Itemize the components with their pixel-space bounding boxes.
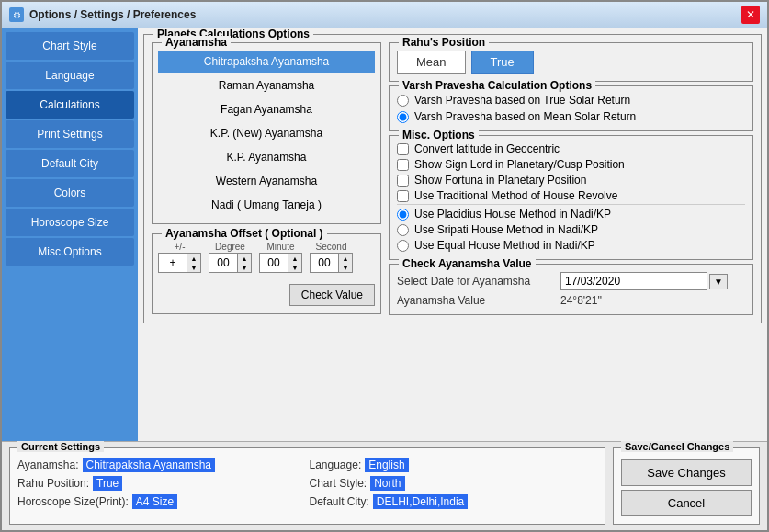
date-dropdown-button[interactable]: ▼ bbox=[709, 274, 728, 289]
setting-horoscope: Horoscope Size(Print): A4 Size bbox=[17, 494, 306, 509]
planets-group: Planets Calculations Options Ayanamsha C… bbox=[143, 34, 762, 323]
cancel-button[interactable]: Cancel bbox=[621, 490, 752, 516]
offset-second-spinner[interactable]: ▲ ▼ bbox=[310, 253, 353, 273]
misc-group: Misc. Options Convert latitude in Geocen… bbox=[389, 135, 753, 260]
offset-minute-arrows: ▲ ▼ bbox=[288, 254, 301, 272]
offset-minute-down[interactable]: ▼ bbox=[288, 263, 301, 272]
current-settings-group: Current Settings Ayanamsha: Chitrapaksha… bbox=[9, 447, 605, 525]
horoscope-setting-label: Horoscope Size(Print): bbox=[17, 495, 129, 508]
house-method1-radio[interactable] bbox=[397, 209, 409, 221]
setting-ayanamsha: Ayanamsha: Chitrapaksha Ayanamsha bbox=[17, 458, 306, 472]
ayanamsha-value-label: Ayanamsha Value bbox=[397, 294, 553, 307]
varsh-option1-label: Varsh Pravesha based on True Solar Retur… bbox=[414, 94, 630, 107]
setting-chart-style: Chart Style: North bbox=[310, 476, 598, 491]
rahu-group-title: Rahu's Position bbox=[399, 36, 489, 49]
offset-group: Ayanamsha Offset ( Optional ) +/- ▲ ▼ bbox=[152, 233, 381, 314]
ayanamsha-item-fagan[interactable]: Fagan Ayanamsha bbox=[158, 98, 375, 120]
ayanamsha-list: Chitrapaksha Ayanamsha Raman Ayanamsha F… bbox=[158, 51, 375, 216]
varsh-group-title: Varsh Pravesha Calculation Options bbox=[399, 79, 595, 92]
check-ayanamsha-group: Check Ayanamsha Value Select Date for Ay… bbox=[389, 264, 753, 315]
ayanamsha-item-kp-new[interactable]: K.P. (New) Ayanamsha bbox=[158, 122, 375, 144]
offset-sign-up[interactable]: ▲ bbox=[187, 254, 200, 263]
offset-degree-spinner[interactable]: ▲ ▼ bbox=[209, 253, 252, 273]
offset-minute-input[interactable] bbox=[260, 254, 288, 272]
offset-sign-field: +/- ▲ ▼ bbox=[158, 242, 201, 273]
close-button[interactable]: ✕ bbox=[741, 6, 760, 24]
sidebar-item-language[interactable]: Language bbox=[6, 62, 134, 89]
varsh-option1-row: Varsh Pravesha based on True Solar Retur… bbox=[397, 94, 745, 107]
ayanamsha-date-label: Select Date for Ayanamsha bbox=[397, 275, 553, 288]
house-method2-radio[interactable] bbox=[397, 224, 409, 236]
main-window: ⚙ Options / Settings / Preferences ✕ Cha… bbox=[0, 0, 769, 532]
varsh-option2-row: Varsh Pravesha based on Mean Solar Retur… bbox=[397, 110, 745, 123]
misc-option2-checkbox[interactable] bbox=[397, 159, 409, 171]
sidebar-item-colors[interactable]: Colors bbox=[6, 179, 134, 207]
offset-second-down[interactable]: ▼ bbox=[339, 263, 352, 272]
window-title: Options / Settings / Preferences bbox=[29, 8, 196, 21]
ayanamsha-item-nadi[interactable]: Nadi ( Umang Taneja ) bbox=[158, 194, 375, 216]
misc-option3-checkbox[interactable] bbox=[397, 175, 409, 187]
house-method3-radio[interactable] bbox=[397, 240, 409, 252]
misc-option1-checkbox[interactable] bbox=[397, 143, 409, 155]
title-bar-left: ⚙ Options / Settings / Preferences bbox=[9, 7, 196, 22]
offset-second-up[interactable]: ▲ bbox=[339, 254, 352, 263]
save-cancel-group: Save/Cancel Changes Save Changes Cancel bbox=[613, 447, 760, 525]
sidebar-item-default-city[interactable]: Default City bbox=[6, 150, 134, 177]
chart-style-setting-value: North bbox=[370, 476, 404, 491]
offset-degree-input[interactable] bbox=[209, 254, 237, 272]
setting-default-city: Default City: DELHI,Delhi,India bbox=[310, 494, 598, 509]
misc-option4-checkbox[interactable] bbox=[397, 190, 409, 202]
offset-degree-field: Degree ▲ ▼ bbox=[209, 242, 252, 273]
ayanamsha-group: Ayanamsha Chitrapaksha Ayanamsha Raman A… bbox=[152, 42, 381, 224]
varsh-option2-radio[interactable] bbox=[397, 111, 409, 123]
house-method2-label: Use Sripati House Method in Nadi/KP bbox=[414, 223, 598, 236]
sidebar-item-misc-options[interactable]: Misc.Options bbox=[6, 238, 134, 266]
sidebar-item-calculations[interactable]: Calculations bbox=[6, 91, 134, 119]
offset-second-input[interactable] bbox=[311, 254, 338, 272]
ayanamsha-item-raman[interactable]: Raman Ayanamsha bbox=[158, 74, 375, 96]
offset-sign-down[interactable]: ▼ bbox=[187, 263, 200, 272]
misc-option4-row: Use Traditional Method of House Revolve bbox=[397, 189, 745, 202]
offset-sign-spinner[interactable]: ▲ ▼ bbox=[158, 253, 201, 273]
date-input[interactable] bbox=[560, 272, 707, 290]
offset-row: +/- ▲ ▼ bbox=[158, 242, 375, 273]
right-panel: Rahu's Position Mean True Varsh Pravesha… bbox=[389, 42, 753, 315]
default-city-setting-value: DELHI,Delhi,India bbox=[373, 494, 468, 509]
chart-style-setting-label: Chart Style: bbox=[310, 477, 368, 490]
current-settings-title: Current Settings bbox=[17, 441, 104, 452]
ayanamsha-item-western[interactable]: Western Ayanamsha bbox=[158, 170, 375, 192]
sidebar-item-chart-style[interactable]: Chart Style bbox=[6, 32, 134, 60]
check-value-button[interactable]: Check Value bbox=[289, 284, 375, 306]
offset-sign-arrows: ▲ ▼ bbox=[187, 254, 200, 272]
bottom-bar: Current Settings Ayanamsha: Chitrapaksha… bbox=[2, 441, 767, 530]
offset-second-field: Second ▲ ▼ bbox=[310, 242, 353, 273]
ayanamsha-setting-label: Ayanamsha: bbox=[17, 458, 79, 471]
content-area: Planets Calculations Options Ayanamsha C… bbox=[138, 28, 767, 441]
offset-minute-up[interactable]: ▲ bbox=[288, 254, 301, 263]
language-setting-value: English bbox=[365, 458, 408, 472]
offset-minute-spinner[interactable]: ▲ ▼ bbox=[259, 253, 302, 273]
misc-group-title: Misc. Options bbox=[399, 129, 479, 141]
rahu-true-button[interactable]: True bbox=[471, 51, 534, 74]
sidebar-item-print-settings[interactable]: Print Settings bbox=[6, 120, 134, 148]
offset-degree-up[interactable]: ▲ bbox=[238, 254, 251, 263]
rahu-mean-button[interactable]: Mean bbox=[397, 51, 466, 74]
rahu-setting-value: True bbox=[93, 476, 122, 491]
ayanamsha-setting-value: Chitrapaksha Ayanamsha bbox=[83, 458, 216, 472]
offset-degree-down[interactable]: ▼ bbox=[238, 263, 251, 272]
ayanamsha-item-chitrapaksha[interactable]: Chitrapaksha Ayanamsha bbox=[158, 51, 375, 73]
house-method2-row: Use Sripati House Method in Nadi/KP bbox=[397, 223, 745, 236]
ayanamsha-group-title: Ayanamsha bbox=[162, 36, 231, 49]
varsh-option1-radio[interactable] bbox=[397, 95, 409, 107]
rahu-group: Rahu's Position Mean True bbox=[389, 42, 753, 82]
save-changes-button[interactable]: Save Changes bbox=[621, 459, 752, 486]
varsh-group: Varsh Pravesha Calculation Options Varsh… bbox=[389, 85, 753, 131]
ayanamsha-item-kp[interactable]: K.P. Ayanamsha bbox=[158, 146, 375, 168]
offset-sign-input[interactable] bbox=[159, 254, 187, 272]
offset-sign-label: +/- bbox=[175, 242, 186, 252]
offset-second-label: Second bbox=[316, 242, 347, 252]
main-content: Chart Style Language Calculations Print … bbox=[2, 28, 767, 441]
sidebar-item-horoscope-size[interactable]: Horoscope Size bbox=[6, 209, 134, 236]
misc-option1-label: Convert latitude in Geocentric bbox=[414, 142, 560, 155]
house-method3-label: Use Equal House Method in Nadi/KP bbox=[414, 239, 595, 252]
